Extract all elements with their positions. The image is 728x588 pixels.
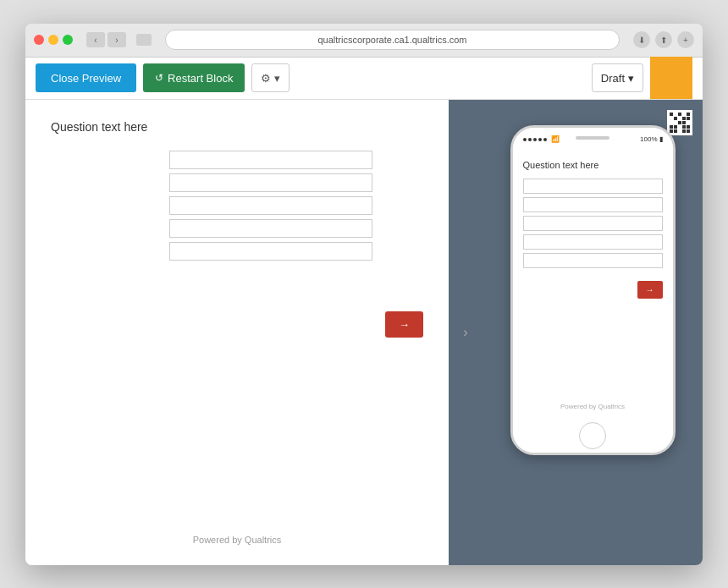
signal-dot [528,138,532,141]
qr-cell [682,121,686,124]
qr-cell [674,113,677,116]
wifi-icon: 📶 [551,135,560,143]
signal-dot [543,138,547,141]
qr-cell [670,117,673,120]
phone-home-bar [513,419,673,453]
qr-code [667,110,692,135]
phone-question-text: Question text here [523,160,663,170]
phone-powered-by: Powered by Qualtrics [523,390,663,410]
battery-percent: 100% [640,135,657,143]
answer-input-3[interactable] [169,196,372,215]
qr-cell [682,113,686,116]
next-button-mobile[interactable]: → [637,281,663,299]
phone-mockup: 📶 100% ▮ Question text here [510,125,676,455]
settings-arrow-icon: ▾ [274,72,280,85]
qr-cell [674,121,677,124]
phone-answer-4[interactable] [523,234,663,250]
phone-signal: 📶 [523,135,560,143]
desktop-preview-panel: Question text here → Powered by Qualtric… [25,100,449,565]
answer-input-5[interactable] [169,242,372,261]
address-bar[interactable]: qualtricscorporate.ca1.qualtrics.com [165,30,620,50]
orange-accent-square [650,57,692,99]
chevron-right-icon: › [463,325,467,340]
qr-cell [682,125,686,129]
traffic-lights [34,35,73,45]
restart-block-button[interactable]: ↺ Restart Block [143,63,245,92]
share-icon[interactable]: ⬆ [655,31,672,48]
answer-input-2[interactable] [169,173,372,192]
close-preview-button[interactable]: Close Preview [36,63,136,92]
qr-cell [674,125,677,129]
phone-home-button[interactable] [579,422,606,449]
browser-chrome: ‹ › qualtricscorporate.ca1.qualtrics.com… [25,24,703,58]
qr-cell [670,113,673,116]
settings-dropdown[interactable]: ⚙ ▾ [251,63,290,92]
app-toolbar: Close Preview ↺ Restart Block ⚙ ▾ Draft … [25,58,703,100]
phone-answer-5[interactable] [523,253,663,268]
answer-input-1[interactable] [169,151,372,169]
powered-by-desktop: Powered by Qualtrics [51,484,423,545]
qr-cell [687,121,690,124]
browser-window: ‹ › qualtricscorporate.ca1.qualtrics.com… [25,24,703,565]
window-icon [136,34,152,46]
signal-dot [538,138,542,141]
gear-icon: ⚙ [261,72,271,85]
phone-answer-2[interactable] [523,197,663,212]
qr-cell [670,125,673,129]
draft-arrow-icon: ▾ [628,72,634,85]
draft-label: Draft [601,72,625,85]
browser-actions: ⬇ ⬆ + [633,31,694,48]
next-button-desktop[interactable]: → [385,311,423,338]
forward-button[interactable]: › [108,32,126,47]
restart-block-label: Restart Block [168,72,233,85]
battery-icon: ▮ [659,135,663,143]
qr-cell [678,117,681,120]
qr-cell [674,117,677,120]
mobile-preview-panel: 📶 100% ▮ Question text here [483,100,703,565]
phone-speaker [576,136,609,140]
nav-buttons: ‹ › [86,32,126,47]
phone-battery: 100% ▮ [640,135,662,143]
url-text: qualtricscorporate.ca1.qualtrics.com [317,35,466,45]
qr-cell [687,125,690,129]
qr-cell [678,129,681,133]
maximize-window-button[interactable] [63,35,73,45]
signal-dot [523,138,527,141]
qr-cell [674,129,677,133]
qr-cell [678,121,681,124]
qr-cell [678,125,681,129]
qr-cell [682,129,686,133]
phone-screen: Question text here → Powered by Qualtric… [513,151,673,419]
back-button[interactable]: ‹ [86,32,105,47]
qr-cell [670,129,673,133]
phone-answer-1[interactable] [523,179,663,194]
qr-cell [687,117,690,120]
qr-cell [682,117,686,120]
close-window-button[interactable] [34,35,44,45]
survey-area: Question text here [51,120,423,261]
draft-dropdown[interactable]: Draft ▾ [592,63,643,92]
question-text-desktop: Question text here [51,120,147,134]
qr-cell [687,113,690,116]
main-content: Question text here → Powered by Qualtric… [25,100,703,565]
panel-divider[interactable]: › [449,100,483,565]
qr-cell [678,113,681,116]
phone-answer-choices [523,179,663,268]
phone-answer-3[interactable] [523,216,663,231]
download-icon[interactable]: ⬇ [633,31,650,48]
answer-choices-desktop [169,151,372,261]
phone-status-bar: 📶 100% ▮ [513,128,673,151]
minimize-window-button[interactable] [48,35,58,45]
qr-cell [687,129,690,133]
signal-dot [533,138,537,141]
new-tab-icon[interactable]: + [677,31,694,48]
answer-input-4[interactable] [169,219,372,238]
qr-cell [670,121,673,124]
signal-dots [523,138,547,141]
restart-icon: ↺ [155,72,163,84]
